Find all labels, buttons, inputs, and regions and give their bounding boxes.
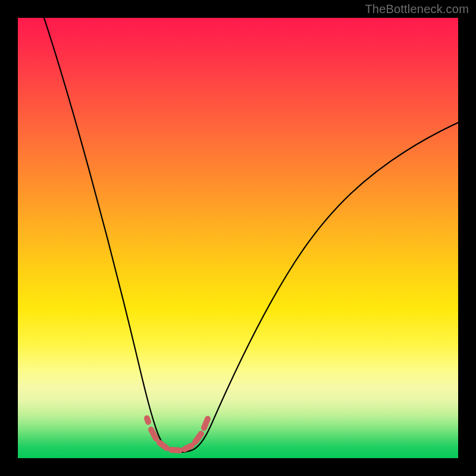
svg-line-3 — [171, 450, 180, 450]
svg-line-1 — [151, 430, 156, 439]
chart-frame: TheBottleneck.com — [0, 0, 476, 476]
plot-area — [18, 18, 458, 458]
svg-line-5 — [195, 434, 201, 442]
svg-line-6 — [204, 419, 208, 428]
bottleneck-curve — [44, 18, 458, 452]
svg-line-0 — [147, 418, 148, 422]
svg-line-2 — [159, 443, 167, 448]
curve-layer — [18, 18, 458, 458]
watermark-text: TheBottleneck.com — [365, 2, 469, 16]
svg-line-4 — [184, 446, 192, 449]
